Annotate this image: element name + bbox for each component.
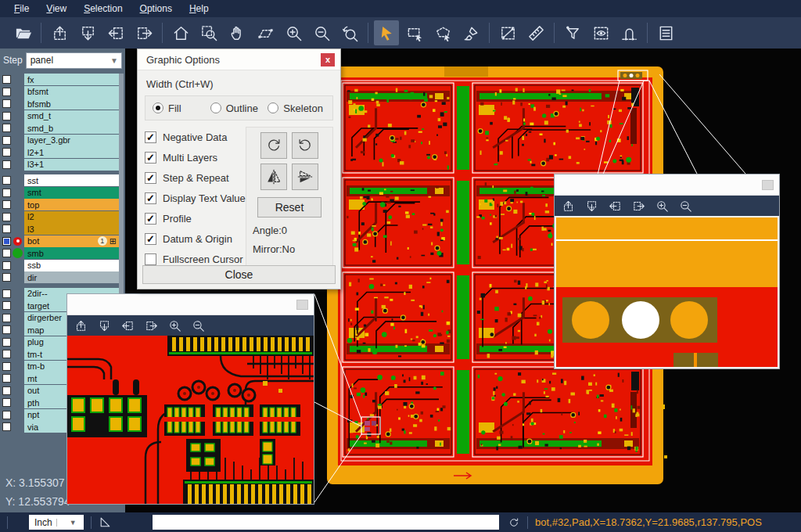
zoom-window-viewport[interactable] [67,336,314,504]
layer-visibility-checkbox[interactable] [2,411,11,419]
zoom-window-titlebar[interactable] [67,294,314,315]
layer-visibility-checkbox[interactable] [2,112,11,120]
menu-item-help[interactable]: Help [181,2,217,16]
zoom-window-titlebar[interactable] [555,174,779,196]
zoom-out-icon[interactable] [679,200,692,213]
layer-visibility-checkbox[interactable] [2,289,11,298]
tool-pan-hand[interactable] [224,20,250,45]
flip-vertical-button[interactable] [292,164,318,190]
window-button[interactable] [762,180,774,190]
layer-name-cell[interactable]: top [24,199,119,210]
radio-outline[interactable]: Outline [210,102,268,114]
radio-fill[interactable]: Fill [153,102,210,114]
radio-button-icon[interactable] [153,102,163,113]
pan-right-icon[interactable] [145,319,158,332]
layer-row-smt[interactable]: smt [0,187,119,199]
layer-name-cell[interactable]: layer_3.gbr [24,135,119,146]
tool-net-trace[interactable] [616,20,641,45]
tool-zoom-region[interactable] [196,20,221,45]
layer-row-smd_b[interactable]: smd_b [0,122,119,134]
layer-name-cell[interactable]: l3 [24,223,119,235]
zoom-window-viewport[interactable] [555,216,779,368]
layer-visibility-checkbox[interactable] [2,338,11,347]
layer-visibility-checkbox[interactable] [2,422,11,431]
tool-pan-up[interactable] [47,20,72,45]
flip-horizontal-button[interactable] [260,164,287,190]
checkbox-profile[interactable]: ✓Profile [145,208,246,228]
layer-name-cell[interactable]: smd_t [24,110,119,122]
layer-row-layer_3.gbr[interactable]: layer_3.gbr [0,135,119,146]
layer-name-cell[interactable]: fx [24,74,119,85]
layer-row-dir[interactable]: dir [0,271,119,283]
pan-up-icon[interactable] [562,200,575,213]
layer-visibility-checkbox[interactable] [2,237,11,246]
layer-visibility-checkbox[interactable] [2,314,11,322]
tool-paint-brush[interactable] [458,20,483,45]
zoom-out-icon[interactable] [192,319,205,332]
pan-up-icon[interactable] [74,319,88,332]
layer-row-sst[interactable]: sst [0,174,119,186]
layer-visibility-checkbox[interactable] [2,88,11,96]
tool-pan-right[interactable] [131,20,156,45]
layer-visibility-checkbox[interactable] [2,213,11,221]
checkbox-icon[interactable]: ✓ [145,233,156,245]
layer-visibility-checkbox[interactable] [2,350,11,358]
pan-down-icon[interactable] [585,200,598,213]
layer-name-cell[interactable]: smd_b [24,122,119,134]
layer-row-bfsmt[interactable]: bfsmt [0,86,119,98]
tool-measure-distance[interactable] [495,20,520,45]
scrollbar-thumb[interactable] [119,74,124,308]
menu-item-options[interactable]: Options [132,2,180,16]
layer-visibility-checkbox[interactable] [2,325,11,334]
menu-item-file[interactable]: File [6,2,37,16]
layer-name-cell[interactable]: smt [24,187,119,199]
checkbox-icon[interactable]: ✓ [145,192,156,204]
layer-name-cell[interactable]: dir [24,271,119,283]
layer-row-fx[interactable]: fx [0,74,119,85]
rotate-ccw-button[interactable] [292,132,318,159]
grid-icon[interactable]: ⊞ [110,237,117,246]
radio-button-icon[interactable] [268,102,278,113]
close-icon[interactable]: x [321,53,335,66]
layer-visibility-checkbox[interactable] [2,249,11,257]
close-button[interactable]: Close [142,265,336,284]
refresh-icon[interactable] [508,516,520,529]
layer-name-cell[interactable]: bfsmb [24,98,119,110]
tool-zoom-in[interactable] [281,20,306,45]
radio-skeleton[interactable]: Skeleton [268,102,325,114]
step-select[interactable]: panel ▼ [26,52,122,69]
layer-visibility-checkbox[interactable] [2,99,11,108]
checkbox-negative-data[interactable]: ✓Negative Data [145,127,246,147]
zoom-in-icon[interactable] [656,200,669,213]
layer-row-top[interactable]: top [0,199,119,210]
layer-row-l2[interactable]: l2 [0,211,119,223]
layer-row-l3[interactable]: l3 [0,223,119,235]
checkbox-icon[interactable]: ✓ [145,172,156,184]
layer-visibility-checkbox[interactable] [2,301,11,310]
layer-visibility-checkbox[interactable] [2,386,11,395]
checkbox-step-repeat[interactable]: ✓Step & Repeat [145,167,246,188]
layer-visibility-checkbox[interactable] [2,225,11,233]
menu-item-view[interactable]: View [38,2,74,16]
angle-measure-icon[interactable] [99,516,112,529]
layer-name-cell[interactable]: ssb [24,260,119,271]
layer-row-bfsmb[interactable]: bfsmb [0,98,119,110]
layer-row-l2+1[interactable]: l2+1 [0,146,119,158]
menu-item-selection[interactable]: Selection [76,2,130,16]
layer-visibility-checkbox[interactable] [2,273,11,282]
checkbox-display-text-value[interactable]: ✓Display Text Value [145,188,246,208]
tool-select-rect[interactable] [402,20,427,45]
checkbox-icon[interactable]: ✓ [145,213,156,225]
layer-name-cell[interactable]: l2 [24,211,119,223]
layer-name-cell[interactable]: l3+1 [24,159,119,171]
radio-button-icon[interactable] [210,102,221,113]
checkbox-multi-layers[interactable]: ✓Multi Layers [145,147,246,167]
checkbox-icon[interactable]: ✓ [145,131,156,143]
zoom-in-icon[interactable] [168,319,181,332]
tool-ruler[interactable] [523,20,548,45]
layer-visibility-checkbox[interactable] [2,148,11,156]
tool-zoom-out[interactable] [309,20,334,45]
layer-name-cell[interactable]: bot1⊞ [24,235,119,247]
layer-visibility-checkbox[interactable] [2,189,11,197]
pan-left-icon[interactable] [609,200,622,213]
